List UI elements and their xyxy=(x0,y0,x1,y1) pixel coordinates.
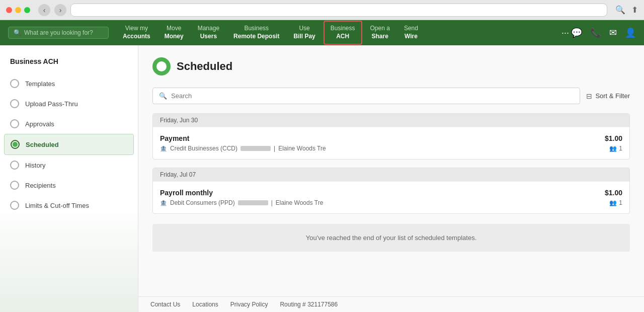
nav-label-bottom: Remote Deposit xyxy=(233,33,279,41)
titlebar: ‹ › 🔍 ⬆ xyxy=(0,0,644,20)
main-content: Scheduled 🔍 ⊟ Sort & Filter Friday, Jun … xyxy=(138,45,644,296)
sidebar-item-templates[interactable]: Templates xyxy=(0,73,138,94)
nav-item-manage-users[interactable]: Manage Users xyxy=(192,22,225,43)
global-search-icon: 🔍 xyxy=(14,29,21,36)
page-header: Scheduled xyxy=(152,57,630,75)
pipe-separator: | xyxy=(271,199,273,206)
payment-count: 👥 1 xyxy=(605,199,622,206)
nav-label-bottom: Accounts xyxy=(123,33,150,41)
table-row[interactable]: Payment 🏦 Credit Businesses (CCD) | Elai… xyxy=(153,127,629,159)
table-row[interactable]: Payroll monthly 🏦 Debit Consumers (PPD) … xyxy=(153,181,629,213)
filter-icon: ⊟ xyxy=(586,92,592,100)
minimize-dot[interactable] xyxy=(15,7,21,13)
sort-filter-button[interactable]: ⊟ Sort & Filter xyxy=(586,92,630,100)
payment-meta: 🏦 Credit Businesses (CCD) | Elaine Woods… xyxy=(160,145,605,152)
sidebar-item-limits-cutoff[interactable]: Limits & Cut-off Times xyxy=(0,195,138,215)
nav-item-view-accounts[interactable]: View my Accounts xyxy=(117,22,156,43)
messages-icon[interactable]: 💬 xyxy=(571,27,582,38)
sidebar-item-label: Approvals xyxy=(25,120,54,128)
nav-label-bottom: Money xyxy=(165,33,184,41)
nav-item-use-bill-pay[interactable]: Use Bill Pay xyxy=(287,22,321,43)
nav-item-business-remote-deposit[interactable]: Business Remote Deposit xyxy=(227,22,285,43)
forward-button[interactable]: › xyxy=(54,4,66,16)
mail-icon[interactable]: ✉ xyxy=(609,27,617,38)
main-nav: 🔍 View my Accounts Move Money Manage Use… xyxy=(0,20,644,45)
date-header-jun30: Friday, Jun 30 xyxy=(153,114,629,127)
maximize-dot[interactable] xyxy=(24,7,30,13)
count-value: 1 xyxy=(619,199,622,206)
sidebar-item-label: Scheduled xyxy=(26,141,59,148)
footer: Contact Us Locations Privacy Policy Rout… xyxy=(138,296,644,312)
nav-item-move-money[interactable]: Move Money xyxy=(158,22,190,43)
sidebar-item-scheduled[interactable]: Scheduled xyxy=(4,134,134,155)
payment-name: Payment xyxy=(160,134,605,142)
nav-item-business-ach[interactable]: Business ACH xyxy=(324,21,362,44)
address-bar[interactable] xyxy=(70,4,607,17)
payment-type: Debit Consumers (PPD) xyxy=(170,199,235,206)
sidebar-item-approvals[interactable]: Approvals xyxy=(0,114,138,134)
nav-label-bottom: ACH xyxy=(331,33,355,41)
sidebar: Business ACH Templates Upload Pass-Thru … xyxy=(0,45,138,312)
sidebar-item-recipients[interactable]: Recipients xyxy=(0,175,138,195)
nav-label-top: Use xyxy=(293,25,315,33)
footer-locations[interactable]: Locations xyxy=(192,301,218,308)
sort-filter-label: Sort & Filter xyxy=(595,92,630,100)
sidebar-item-label: Recipients xyxy=(25,182,56,189)
nav-item-open-share[interactable]: Open a Share xyxy=(364,22,396,43)
recipient-name: Elaine Woods Tre xyxy=(276,199,324,206)
share-browser-icon[interactable]: ⬆ xyxy=(631,5,638,15)
phone-icon[interactable]: 📞 xyxy=(590,27,601,38)
payment-meta: 🏦 Debit Consumers (PPD) | Elaine Woods T… xyxy=(160,199,605,206)
footer-contact-us[interactable]: Contact Us xyxy=(150,301,180,308)
footer-privacy-policy[interactable]: Privacy Policy xyxy=(230,301,268,308)
nav-item-send-wire[interactable]: Send Wire xyxy=(398,22,424,43)
payment-count: 👥 1 xyxy=(605,145,622,152)
header-action-icons: 💬 📞 ✉ 👤 xyxy=(571,27,636,38)
nav-label-top: Business xyxy=(331,25,355,33)
search-field-icon: 🔍 xyxy=(159,92,167,100)
global-search-input[interactable] xyxy=(24,29,103,36)
payment-section-jun30: Friday, Jun 30 Payment 🏦 Credit Business… xyxy=(152,113,630,160)
payment-amount: $1.00 xyxy=(605,134,622,142)
sidebar-item-label: History xyxy=(25,162,45,169)
payment-amount-info: $1.00 👥 1 xyxy=(605,189,622,206)
close-dot[interactable] xyxy=(6,7,12,13)
account-number-blurred xyxy=(240,146,271,151)
user-icon[interactable]: 👤 xyxy=(625,27,636,38)
back-button[interactable]: ‹ xyxy=(38,4,50,16)
payment-info: Payroll monthly 🏦 Debit Consumers (PPD) … xyxy=(160,189,605,206)
pipe-separator: | xyxy=(274,145,275,152)
scheduled-icon xyxy=(11,140,20,149)
end-message: You've reached the end of your list of s… xyxy=(152,224,630,252)
recipients-icon xyxy=(10,181,19,190)
global-search-box[interactable]: 🔍 xyxy=(8,27,109,39)
sidebar-item-upload-pass-thru[interactable]: Upload Pass-Thru xyxy=(0,94,138,114)
payment-amount-info: $1.00 👥 1 xyxy=(605,134,622,152)
count-value: 1 xyxy=(619,145,622,152)
more-nav-icon[interactable]: ··· xyxy=(561,28,569,38)
search-input[interactable] xyxy=(171,92,574,100)
limits-icon xyxy=(10,201,19,210)
history-icon xyxy=(10,161,19,170)
payment-info: Payment 🏦 Credit Businesses (CCD) | Elai… xyxy=(160,134,605,152)
routing-number: Routing # 321177586 xyxy=(280,301,338,308)
search-field[interactable]: 🔍 xyxy=(152,88,580,104)
date-header-jul07: Friday, Jul 07 xyxy=(153,168,629,181)
scheduled-page-icon-inner xyxy=(156,61,167,71)
search-browser-icon[interactable]: 🔍 xyxy=(615,5,625,15)
payment-name: Payroll monthly xyxy=(160,189,605,197)
templates-icon xyxy=(10,79,19,88)
payment-section-jul07: Friday, Jul 07 Payroll monthly 🏦 Debit C… xyxy=(152,168,630,214)
upload-pass-thru-icon xyxy=(10,99,19,108)
payment-amount: $1.00 xyxy=(605,189,622,197)
sidebar-item-label: Upload Pass-Thru xyxy=(25,100,78,108)
browser-nav: ‹ › xyxy=(38,4,66,16)
nav-label-top: Manage xyxy=(198,25,219,33)
nav-label-top: View my xyxy=(123,25,150,33)
sidebar-item-label: Templates xyxy=(25,80,55,88)
nav-label-top: Move xyxy=(165,25,184,33)
approvals-icon xyxy=(10,119,19,128)
search-bar: 🔍 ⊟ Sort & Filter xyxy=(152,88,630,104)
sidebar-item-history[interactable]: History xyxy=(0,155,138,175)
bank-icon: 🏦 xyxy=(160,200,167,206)
